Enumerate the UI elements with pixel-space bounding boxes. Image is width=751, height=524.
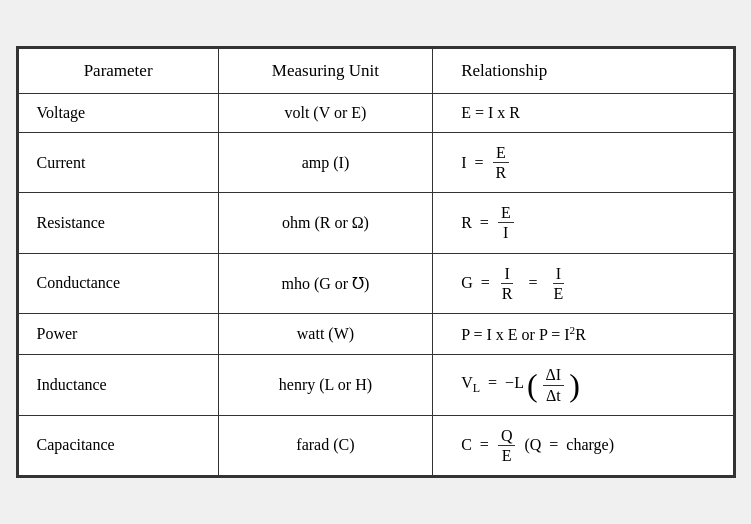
table-row: Resistance ohm (R or Ω) R = E I bbox=[18, 193, 733, 253]
rel-capacitance: C = Q E (Q = charge) bbox=[433, 415, 733, 475]
fraction-e-over-r: E R bbox=[493, 143, 510, 182]
fraction-delta-i-over-delta-t: ΔI Δt bbox=[543, 365, 565, 404]
right-paren: ) bbox=[569, 369, 580, 401]
param-power: Power bbox=[18, 314, 218, 355]
rel-resistance: R = E I bbox=[433, 193, 733, 253]
header-relationship: Relationship bbox=[433, 48, 733, 93]
unit-conductance: mho (G or ℧) bbox=[218, 253, 433, 313]
table-row: Voltage volt (V or E) E = I x R bbox=[18, 93, 733, 132]
rel-voltage: E = I x R bbox=[433, 93, 733, 132]
electrical-parameters-table: Parameter Measuring Unit Relationship Vo… bbox=[18, 48, 734, 476]
unit-capacitance: farad (C) bbox=[218, 415, 433, 475]
fraction-i-over-r: I R bbox=[499, 264, 516, 303]
header-unit: Measuring Unit bbox=[218, 48, 433, 93]
param-voltage: Voltage bbox=[18, 93, 218, 132]
param-capacitance: Capacitance bbox=[18, 415, 218, 475]
unit-voltage: volt (V or E) bbox=[218, 93, 433, 132]
param-current: Current bbox=[18, 132, 218, 192]
rel-conductance: G = I R = I E bbox=[433, 253, 733, 313]
table-row: Conductance mho (G or ℧) G = I R = bbox=[18, 253, 733, 313]
fraction-i-over-e: I E bbox=[550, 264, 566, 303]
rel-power: P = I x E or P = I2R bbox=[433, 314, 733, 355]
unit-current: amp (I) bbox=[218, 132, 433, 192]
rel-inductance: VL = −L ( ΔI Δt ) bbox=[433, 355, 733, 415]
unit-resistance: ohm (R or Ω) bbox=[218, 193, 433, 253]
table-row: Inductance henry (L or H) VL = −L ( ΔI Δ… bbox=[18, 355, 733, 415]
param-conductance: Conductance bbox=[18, 253, 218, 313]
header-parameter: Parameter bbox=[18, 48, 218, 93]
table-row: Power watt (W) P = I x E or P = I2R bbox=[18, 314, 733, 355]
fraction-e-over-i: E I bbox=[498, 203, 514, 242]
fraction-q-over-e: Q E bbox=[498, 426, 516, 465]
unit-power: watt (W) bbox=[218, 314, 433, 355]
param-inductance: Inductance bbox=[18, 355, 218, 415]
rel-current: I = E R bbox=[433, 132, 733, 192]
param-resistance: Resistance bbox=[18, 193, 218, 253]
table-row: Capacitance farad (C) C = Q E (Q = charg… bbox=[18, 415, 733, 475]
unit-inductance: henry (L or H) bbox=[218, 355, 433, 415]
main-table-container: Parameter Measuring Unit Relationship Vo… bbox=[16, 46, 736, 478]
table-row: Current amp (I) I = E R bbox=[18, 132, 733, 192]
left-paren: ( bbox=[527, 369, 538, 401]
